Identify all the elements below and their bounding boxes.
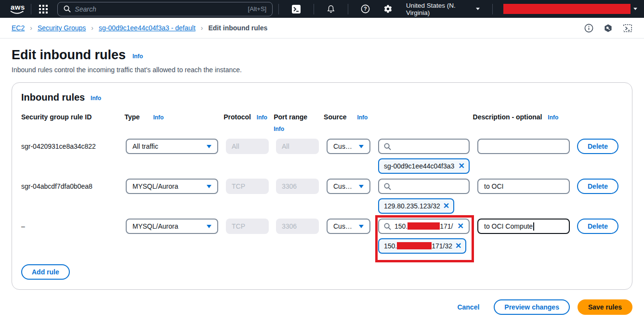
header-protocol: Protocol Info [223, 113, 266, 121]
source-type-select[interactable]: Cus… [327, 219, 370, 234]
source-search-input[interactable] [378, 179, 470, 194]
top-navigation: aws Search [Alt+S] ? [0, 0, 644, 18]
protocol-info-link[interactable]: Info [257, 114, 267, 121]
gear-icon [383, 4, 393, 13]
cloudshell-terminal-icon [291, 4, 301, 14]
text-cursor [533, 222, 534, 231]
account-menu-redaction-box[interactable] [503, 4, 631, 14]
delete-rule-button[interactable]: Delete [577, 179, 618, 194]
token-dismiss-icon[interactable]: ✕ [459, 162, 465, 170]
svg-text:?: ? [364, 6, 367, 12]
breadcrumb-security-groups[interactable]: Security Groups [38, 24, 86, 32]
rule-id-value: sgr-04abcdf7dfa0b0ea8 [21, 179, 126, 194]
rule-row-3: – MYSQL/Aurora TCP 3306 Cus… 150.171/ [21, 219, 623, 254]
type-info-link[interactable]: Info [153, 114, 164, 121]
page-title: Edit inbound rules [12, 48, 126, 62]
footer-actions: Cancel Preview changes Save rules [0, 290, 644, 315]
cloudshell-button[interactable] [285, 0, 308, 18]
description-input-focused[interactable]: to OCI Compute [477, 219, 570, 234]
breadcrumb-current: Edit inbound rules [208, 24, 267, 32]
panel-title-info-link[interactable]: Info [91, 95, 101, 102]
region-label: United States (N. Virginia) [406, 2, 473, 16]
search-icon [384, 223, 391, 230]
search-icon [384, 183, 391, 190]
delete-rule-button[interactable]: Delete [577, 219, 618, 234]
breadcrumb-bar: EC2 › Security Groups › sg-00d9c1ee44c04… [0, 18, 644, 39]
search-shortcut: [Alt+S] [248, 5, 267, 13]
breadcrumb-ec2[interactable]: EC2 [12, 24, 25, 32]
protocol-field-disabled: TCP [226, 179, 269, 194]
cancel-button[interactable]: Cancel [457, 303, 479, 311]
aws-smile-icon [10, 10, 24, 15]
source-search-input[interactable] [378, 139, 470, 154]
search-icon [384, 143, 391, 150]
nav-divider [31, 4, 31, 14]
chevron-down-icon [359, 185, 364, 188]
token-label: sg-00d9c1ee44c04f3a3 [384, 162, 454, 170]
help-button[interactable]: ? [354, 0, 377, 18]
region-selector[interactable]: United States (N. Virginia) [399, 2, 486, 16]
aws-logo[interactable]: aws [9, 3, 23, 15]
breadcrumb-separator: › [91, 24, 93, 32]
token-dismiss-icon[interactable]: ✕ [443, 202, 449, 210]
add-rule-button[interactable]: Add rule [21, 264, 70, 280]
port-range-field-disabled: 3306 [276, 179, 319, 194]
search-value: 150.171/ [394, 222, 453, 230]
description-info-link[interactable]: Info [548, 114, 558, 121]
preview-changes-button[interactable]: Preview changes [494, 299, 570, 315]
notifications-button[interactable] [320, 0, 342, 18]
type-select[interactable]: MYSQL/Aurora [126, 219, 218, 234]
clear-search-icon[interactable]: ✕ [458, 222, 464, 230]
type-select[interactable]: MYSQL/Aurora [126, 179, 218, 194]
type-select[interactable]: All traffic [126, 139, 218, 154]
port-range-info-link[interactable]: Info [274, 126, 284, 132]
help-icon: ? [361, 4, 370, 13]
description-input[interactable] [477, 139, 570, 154]
delete-rule-button[interactable]: Delete [577, 139, 618, 154]
amazon-q-button[interactable] [604, 24, 613, 33]
global-search-input[interactable]: Search [Alt+S] [57, 2, 273, 16]
bell-icon [327, 4, 335, 13]
protocol-field-disabled: All [226, 139, 269, 154]
rule-row-2: sgr-04abcdf7dfa0b0ea8 MYSQL/Aurora TCP 3… [21, 179, 623, 214]
token-dismiss-icon[interactable]: ✕ [455, 242, 461, 250]
protocol-field-disabled: TCP [226, 219, 269, 234]
nav-divider [348, 4, 348, 14]
chevron-down-icon [207, 145, 211, 148]
save-rules-button[interactable]: Save rules [578, 299, 632, 315]
source-info-link[interactable]: Info [357, 114, 368, 121]
rule-id-value: – [21, 219, 126, 234]
inbound-rules-panel: Inbound rules Info Security group rule I… [12, 82, 632, 290]
terminal-panel-icon [623, 24, 632, 33]
description-input[interactable]: to OCI [477, 179, 570, 194]
header-description: Description - optional Info [473, 113, 616, 121]
rule-row-1: sgr-0420931ce8a34c822 All traffic All Al… [21, 139, 623, 174]
breadcrumb-separator: › [201, 24, 203, 32]
header-source: Source Info [324, 113, 465, 121]
source-type-select[interactable]: Cus… [327, 179, 370, 194]
breadcrumb-separator: › [30, 24, 32, 32]
source-type-select[interactable]: Cus… [327, 139, 370, 154]
header-port-range: Port range Info [274, 113, 316, 132]
cloudshell-panel-button[interactable] [623, 24, 632, 33]
token-label: 129.80.235.123/32 [384, 202, 440, 210]
chevron-down-icon [359, 225, 364, 228]
panel-title: Inbound rules [21, 92, 85, 103]
column-header-row: Security group rule ID Type Info Protoco… [21, 113, 623, 132]
source-search-input[interactable]: 150.171/ ✕ [378, 219, 470, 234]
breadcrumb-security-group-id[interactable]: sg-00d9c1ee44c04f3a3 - default [99, 24, 196, 32]
chevron-down-icon[interactable] [633, 8, 637, 10]
info-panel-button[interactable] [584, 24, 593, 33]
token-label: 150.171/32 [384, 242, 452, 250]
nav-divider [278, 4, 279, 14]
search-icon [64, 5, 71, 13]
apps-grid-icon[interactable] [39, 5, 48, 13]
settings-button[interactable] [377, 0, 399, 18]
redaction-box [397, 242, 432, 249]
redaction-box [407, 222, 440, 230]
port-range-field-disabled: All [276, 139, 319, 154]
port-range-field-disabled: 3306 [276, 219, 319, 234]
header-type: Type Info [124, 113, 216, 121]
amazon-q-hexagon-icon [604, 24, 613, 33]
page-title-info-link[interactable]: Info [132, 53, 143, 60]
